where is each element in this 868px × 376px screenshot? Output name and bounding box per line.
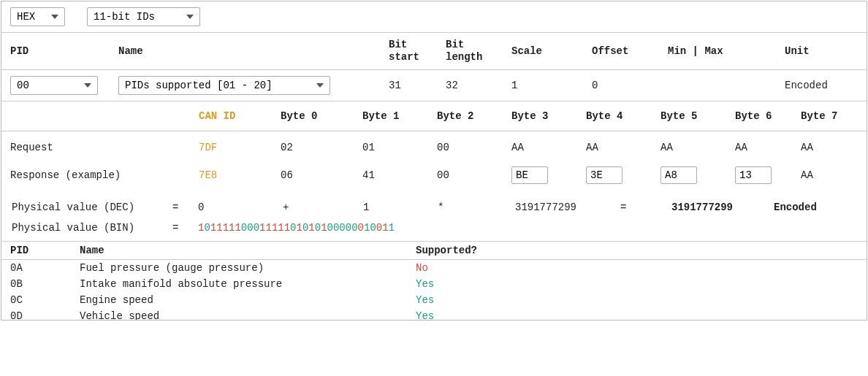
val-scale: 1 <box>511 80 592 91</box>
sup-pid: 0C <box>10 294 80 306</box>
val-bitlen: 32 <box>446 80 511 91</box>
sup-value: Yes <box>416 294 858 306</box>
hdr-b7: Byte 7 <box>801 110 852 122</box>
supported-row[interactable]: 0DVehicle speedYes <box>1 308 867 320</box>
pid-selection-row: 00 PIDs supported [01 - 20] 31 32 1 0 En… <box>1 70 867 101</box>
resp-b2: 00 <box>437 169 511 181</box>
hdr-canid: CAN ID <box>199 110 281 122</box>
toolbar-row: HEX 11-bit IDs <box>1 1 867 33</box>
hdr-minmax: Min | Max <box>668 45 785 57</box>
val-unit: Encoded <box>785 80 850 91</box>
hdr-b2: Byte 2 <box>437 110 511 122</box>
resp-b4-input[interactable] <box>586 166 623 184</box>
hdr-b0: Byte 0 <box>281 110 362 122</box>
supported-header: PID Name Supported? <box>1 242 867 260</box>
byte-headers: CAN ID Byte 0 Byte 1 Byte 2 Byte 3 Byte … <box>1 101 867 131</box>
hdr-bitlen: Bitlength <box>446 39 511 64</box>
hdr-b3: Byte 3 <box>511 110 586 122</box>
hdr-b5: Byte 5 <box>660 110 735 122</box>
phys-dec-row: Physical value (DEC) = 0 + 1 * 319177729… <box>1 197 867 218</box>
supported-row[interactable]: 0AFuel pressure (gauge pressure)No <box>1 260 867 276</box>
req-b1: 01 <box>362 142 437 153</box>
format-select[interactable]: HEX <box>10 7 65 26</box>
req-canid: 7DF <box>199 142 281 153</box>
resp-b5-input[interactable] <box>660 166 697 184</box>
phys-bin-row: Physical value (BIN) = 10111110001111101… <box>1 218 867 242</box>
supported-row[interactable]: 0BIntake manifold absolute pressureYes <box>1 276 867 292</box>
supported-scroll[interactable]: 0AFuel pressure (gauge pressure)No0BInta… <box>1 260 867 320</box>
hdr-scale: Scale <box>511 45 592 57</box>
phys-bin-eq: = <box>172 222 198 234</box>
resp-canid: 7E8 <box>199 169 281 181</box>
phys-dec-plus: + <box>283 202 363 213</box>
req-b0: 02 <box>281 142 362 153</box>
val-bitstart: 31 <box>389 80 446 91</box>
obd-pid-panel: HEX 11-bit IDs PID Name Bitstart Bitleng… <box>1 1 867 321</box>
phys-bin-label: Physical value (BIN) <box>12 222 172 234</box>
supported-row[interactable]: 0CEngine speedYes <box>1 292 867 308</box>
resp-b6-input[interactable] <box>735 166 772 184</box>
phys-dec-offset: 0 <box>198 202 283 213</box>
req-label: Request <box>10 142 199 153</box>
resp-b3-input[interactable] <box>511 166 548 184</box>
phys-dec-result: 3191777299 <box>671 202 774 213</box>
sup-name: Vehicle speed <box>80 310 416 320</box>
sup-value: No <box>416 262 858 274</box>
req-b6: AA <box>735 142 801 153</box>
sup-hdr-name: Name <box>80 245 416 256</box>
request-row: Request 7DF 02 01 00 AA AA AA AA AA <box>1 131 867 161</box>
hdr-b1: Byte 1 <box>362 110 437 122</box>
resp-b0: 06 <box>281 169 362 181</box>
resp-label: Response (example) <box>10 169 199 181</box>
sup-pid: 0B <box>10 278 80 290</box>
req-b2: 00 <box>437 142 511 153</box>
sup-pid: 0D <box>10 310 80 320</box>
hdr-offset: Offset <box>592 45 668 57</box>
phys-dec-scale: 1 <box>363 202 438 213</box>
name-select[interactable]: PIDs supported [01 - 20] <box>118 76 330 95</box>
resp-b1: 41 <box>362 169 437 181</box>
phys-dec-eq: = <box>172 202 198 213</box>
column-headers: PID Name Bitstart Bitlength Scale Offset… <box>1 33 867 70</box>
sup-pid: 0A <box>10 262 80 274</box>
hdr-bitstart: Bitstart <box>389 39 446 64</box>
hdr-pid: PID <box>10 45 118 57</box>
hdr-b4: Byte 4 <box>586 110 660 122</box>
id-mode-select[interactable]: 11-bit IDs <box>87 7 200 26</box>
sup-value: Yes <box>416 310 858 320</box>
response-row: Response (example) 7E8 06 41 00 AA <box>1 161 867 197</box>
sup-name: Intake manifold absolute pressure <box>80 278 416 290</box>
req-b5: AA <box>660 142 735 153</box>
phys-dec-label: Physical value (DEC) <box>12 202 172 213</box>
sup-value: Yes <box>416 278 858 290</box>
phys-dec-unit: Encoded <box>774 202 817 213</box>
hdr-unit: Unit <box>785 45 850 57</box>
pid-select[interactable]: 00 <box>10 76 98 95</box>
sup-name: Fuel pressure (gauge pressure) <box>80 262 416 274</box>
phys-dec-star: * <box>438 202 515 213</box>
hdr-name: Name <box>118 45 389 57</box>
phys-dec-raw: 3191777299 <box>515 202 620 213</box>
req-b7: AA <box>801 142 852 153</box>
phys-bin-bits: 10111110001111101010100000010011 <box>198 222 395 234</box>
sup-name: Engine speed <box>80 294 416 306</box>
req-b4: AA <box>586 142 660 153</box>
hdr-b6: Byte 6 <box>735 110 801 122</box>
resp-b7: AA <box>801 169 852 181</box>
req-b3: AA <box>511 142 586 153</box>
sup-hdr-pid: PID <box>10 245 80 256</box>
sup-hdr-supp: Supported? <box>416 245 858 256</box>
phys-dec-eq2: = <box>620 202 671 213</box>
val-offset: 0 <box>592 80 668 91</box>
